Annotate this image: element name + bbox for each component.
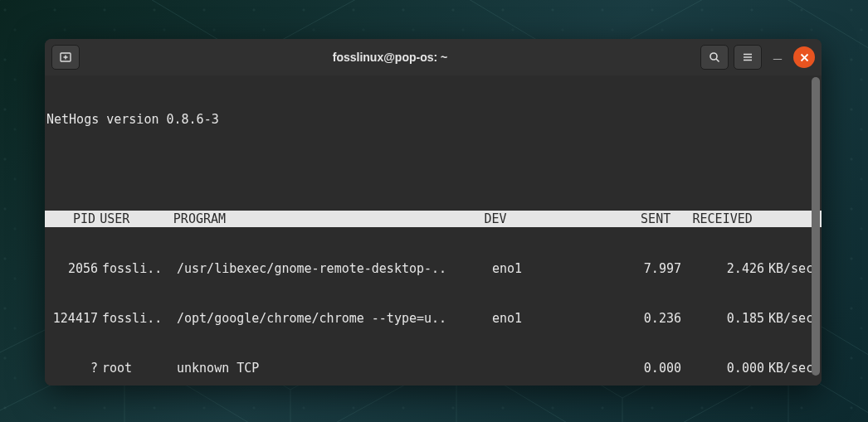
titlebar[interactable]: fosslinux@pop-os: ~ _ <box>45 39 822 75</box>
header-received: RECEIVED <box>671 211 753 227</box>
search-button[interactable] <box>700 45 729 70</box>
header-sent: SENT <box>583 211 671 227</box>
version-line: NetHogs version 0.8.6-3 <box>45 111 822 128</box>
svg-line-4 <box>716 59 719 62</box>
header-pid: PID <box>45 211 100 227</box>
table-row: ?rootunknown TCP0.0000.000KB/sec <box>45 360 822 376</box>
close-button[interactable] <box>793 46 815 68</box>
terminal-body[interactable]: NetHogs version 0.8.6-3 PIDUSERPROGRAMDE… <box>45 75 822 386</box>
terminal-window: fosslinux@pop-os: ~ _ NetHogs version 0.… <box>45 39 822 386</box>
window-title: fosslinux@pop-os: ~ <box>85 51 695 64</box>
terminal-content: NetHogs version 0.8.6-3 PIDUSERPROGRAMDE… <box>45 78 822 386</box>
svg-point-3 <box>710 53 717 60</box>
menu-button[interactable] <box>734 45 762 70</box>
header-user: USER <box>100 211 173 227</box>
header-program: PROGRAM <box>173 211 485 227</box>
table-row: 124417fossli../opt/google/chrome/chrome … <box>45 310 822 327</box>
table-header-row: PIDUSERPROGRAMDEVSENTRECEIVED <box>45 211 822 227</box>
table-row: 2056fossli../usr/libexec/gnome-remote-de… <box>45 260 822 277</box>
scrollbar-thumb[interactable] <box>812 77 820 376</box>
new-tab-button[interactable] <box>51 45 80 70</box>
minimize-button[interactable]: _ <box>767 46 788 68</box>
header-dev: DEV <box>484 211 582 227</box>
